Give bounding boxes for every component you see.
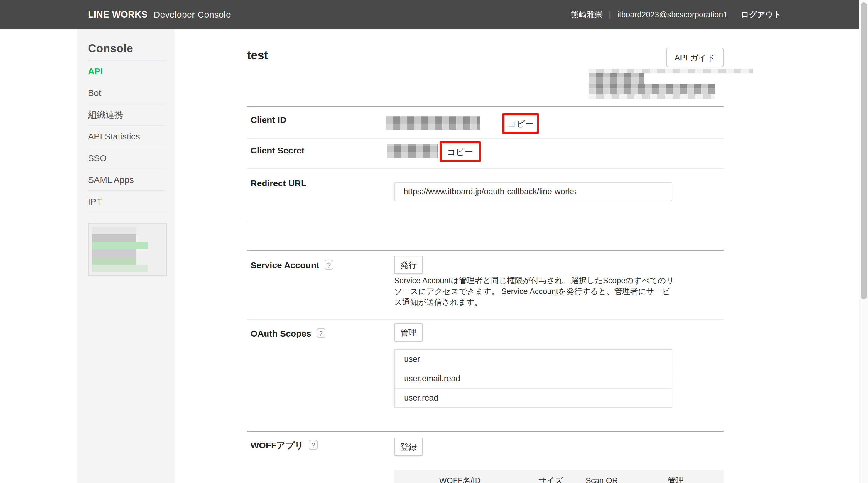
redirect-url-label: Redirect URL: [251, 178, 306, 188]
section-divider: [247, 250, 724, 250]
service-account-label: Service Account?: [251, 260, 333, 270]
vertical-scrollbar[interactable]: [859, 0, 868, 483]
sidebar: Console API Bot 組織連携 API Statistics SSO …: [77, 29, 175, 483]
woff-app-label-text: WOFFアプリ: [251, 441, 303, 450]
logout-link[interactable]: ログアウト: [741, 10, 781, 19]
brand-developer-console: Developer Console: [154, 10, 231, 19]
redirect-url-input[interactable]: [394, 182, 672, 201]
woff-col-size: サイズ: [526, 475, 575, 483]
client-id-value-redacted: [386, 116, 480, 130]
row-divider: [247, 168, 724, 169]
sidebar-item-sso[interactable]: SSO: [88, 147, 165, 169]
scope-item-user: user: [395, 350, 672, 369]
client-secret-copy-button[interactable]: コピー: [440, 142, 480, 162]
sidebar-item-org-link[interactable]: 組織連携: [88, 104, 165, 126]
sidebar-item-bot[interactable]: Bot: [88, 82, 165, 104]
oauth-scopes-label-text: OAuth Scopes: [251, 329, 311, 338]
brand-line-works: LINE WORKS: [88, 9, 148, 20]
redacted-row: [92, 249, 136, 257]
brand-logo: LINE WORKS Developer Console: [88, 0, 231, 29]
oauth-scope-list: user user.email.read user.read: [394, 349, 672, 408]
woff-table-header: WOFF名/ID サイズ Scan QR 管理: [394, 470, 724, 483]
client-secret-value-redacted: [388, 144, 438, 158]
redacted-text-line-1: [589, 73, 644, 84]
client-secret-label: Client Secret: [251, 146, 304, 155]
redacted-text-line-2: [589, 84, 715, 94]
woff-col-scan-qr: Scan QR: [576, 475, 628, 483]
top-bar: LINE WORKS Developer Console 熊崎雅崇 | itbo…: [0, 0, 859, 29]
separator: |: [609, 10, 611, 19]
client-id-label: Client ID: [251, 115, 286, 125]
help-icon[interactable]: ?: [317, 328, 326, 338]
sidebar-item-api[interactable]: API: [88, 60, 165, 82]
woff-register-button[interactable]: 登録: [394, 438, 423, 456]
redacted-text-halo: [589, 94, 715, 99]
sidebar-item-api-statistics[interactable]: API Statistics: [88, 126, 165, 147]
api-guide-button[interactable]: API ガイド: [666, 48, 724, 67]
user-name: 熊崎雅崇: [571, 10, 603, 19]
developer-console-page: LINE WORKS Developer Console 熊崎雅崇 | itbo…: [0, 0, 868, 483]
oauth-scopes-manage-button[interactable]: 管理: [394, 323, 423, 341]
row-divider: [247, 221, 724, 222]
service-account-issue-button[interactable]: 発行: [394, 256, 423, 274]
redacted-thumbnail: [88, 223, 167, 276]
row-divider: [247, 319, 724, 320]
woff-col-manage: 管理: [628, 475, 724, 483]
redacted-text-halo: [589, 69, 753, 73]
section-divider: [247, 106, 724, 107]
redacted-row: [92, 234, 136, 242]
sidebar-item-saml-apps[interactable]: SAML Apps: [88, 169, 165, 191]
account-area: 熊崎雅崇 | itboard2023@sbcscorporation1 ログアウ…: [571, 0, 781, 29]
sidebar-title: Console: [88, 42, 165, 55]
app-title: test: [247, 49, 268, 62]
scope-item-user-read: user.read: [395, 389, 672, 407]
service-account-label-text: Service Account: [251, 260, 319, 270]
redacted-row: [92, 227, 136, 234]
oauth-scopes-label: OAuth Scopes?: [251, 328, 326, 339]
help-icon[interactable]: ?: [309, 440, 317, 450]
redacted-row: [92, 265, 148, 272]
scrollbar-thumb[interactable]: [861, 2, 867, 299]
scope-item-user-email-read: user.email.read: [395, 369, 672, 389]
woff-app-label: WOFFアプリ?: [251, 440, 317, 452]
client-id-copy-button[interactable]: コピー: [502, 113, 539, 134]
help-icon[interactable]: ?: [324, 260, 333, 270]
row-divider: [247, 138, 724, 139]
redacted-row: [92, 242, 148, 249]
section-divider: [247, 431, 724, 432]
woff-col-name-id: WOFF名/ID: [394, 475, 526, 483]
sidebar-item-ipt[interactable]: IPT: [88, 191, 165, 212]
service-account-description: Service Accountは管理者と同じ権限が付与され、選択したScopeの…: [394, 275, 676, 308]
redacted-row: [92, 257, 136, 265]
user-account: itboard2023@sbcscorporation1: [617, 10, 728, 19]
main-content: test API ガイド Client ID コピー Client Secret…: [247, 29, 724, 483]
